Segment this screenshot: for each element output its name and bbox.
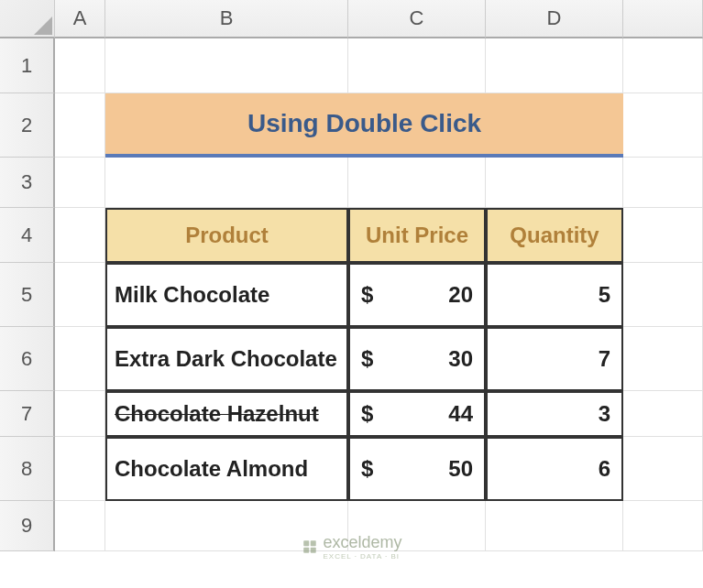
watermark-name: exceldemy bbox=[323, 533, 401, 551]
price-value: 44 bbox=[448, 401, 473, 427]
cell-price-4[interactable]: $ 50 bbox=[348, 437, 486, 501]
cell-a5[interactable] bbox=[55, 263, 105, 327]
price-value: 30 bbox=[448, 346, 473, 372]
price-value: 50 bbox=[448, 456, 473, 482]
select-all-corner[interactable] bbox=[0, 0, 55, 38]
cell-e1[interactable] bbox=[623, 38, 703, 93]
row-header-5[interactable]: 5 bbox=[0, 263, 55, 327]
svg-rect-1 bbox=[310, 540, 315, 546]
cell-a3[interactable] bbox=[55, 158, 105, 208]
table-header-quantity[interactable]: Quantity bbox=[486, 208, 623, 263]
col-header-a[interactable]: A bbox=[55, 0, 105, 38]
cell-product-4[interactable]: Chocolate Almond bbox=[105, 437, 348, 501]
row-header-8[interactable]: 8 bbox=[0, 437, 55, 501]
cell-a9[interactable] bbox=[55, 501, 105, 551]
col-header-b[interactable]: B bbox=[105, 0, 348, 38]
product-wrapped-text: Chocolate Hazelnut bbox=[115, 401, 319, 428]
currency-symbol: $ bbox=[361, 282, 373, 308]
cell-d3[interactable] bbox=[486, 158, 623, 208]
row-header-7[interactable]: 7 bbox=[0, 391, 55, 437]
row-header-1[interactable]: 1 bbox=[0, 38, 55, 93]
title-cell[interactable]: Using Double Click bbox=[105, 93, 623, 158]
price-value: 20 bbox=[448, 282, 473, 308]
cell-b3[interactable] bbox=[105, 158, 348, 208]
svg-rect-3 bbox=[310, 548, 315, 553]
col-header-c[interactable]: C bbox=[348, 0, 486, 38]
col-header-d[interactable]: D bbox=[486, 0, 623, 38]
cell-a7[interactable] bbox=[55, 391, 105, 437]
cell-e7[interactable] bbox=[623, 391, 703, 437]
cell-e4[interactable] bbox=[623, 208, 703, 263]
cell-qty-4[interactable]: 6 bbox=[486, 437, 623, 501]
cell-qty-2[interactable]: 7 bbox=[486, 327, 623, 391]
cell-d9[interactable] bbox=[486, 501, 623, 551]
watermark-icon bbox=[301, 539, 317, 555]
cell-c1[interactable] bbox=[348, 38, 486, 93]
cell-e5[interactable] bbox=[623, 263, 703, 327]
cell-price-1[interactable]: $ 20 bbox=[348, 263, 486, 327]
cell-price-3[interactable]: $ 44 bbox=[348, 391, 486, 437]
cell-e8[interactable] bbox=[623, 437, 703, 501]
cell-b1[interactable] bbox=[105, 38, 348, 93]
cell-c3[interactable] bbox=[348, 158, 486, 208]
cell-e3[interactable] bbox=[623, 158, 703, 208]
cell-qty-1[interactable]: 5 bbox=[486, 263, 623, 327]
cell-d1[interactable] bbox=[486, 38, 623, 93]
currency-symbol: $ bbox=[361, 346, 373, 372]
table-header-unitprice[interactable]: Unit Price bbox=[348, 208, 486, 263]
watermark: exceldemy EXCEL · DATA · BI bbox=[301, 533, 401, 561]
cell-a4[interactable] bbox=[55, 208, 105, 263]
cell-a1[interactable] bbox=[55, 38, 105, 93]
row-header-6[interactable]: 6 bbox=[0, 327, 55, 391]
currency-symbol: $ bbox=[361, 401, 373, 427]
row-header-3[interactable]: 3 bbox=[0, 158, 55, 208]
cell-product-1[interactable]: Milk Chocolate bbox=[105, 263, 348, 327]
watermark-tagline: EXCEL · DATA · BI bbox=[323, 552, 401, 561]
cell-product-3[interactable]: Chocolate Hazelnut bbox=[105, 391, 348, 437]
col-header-blank[interactable] bbox=[623, 0, 703, 38]
cell-qty-3[interactable]: 3 bbox=[486, 391, 623, 437]
cell-price-2[interactable]: $ 30 bbox=[348, 327, 486, 391]
currency-symbol: $ bbox=[361, 456, 373, 482]
cell-product-2[interactable]: Extra Dark Chocolate bbox=[105, 327, 348, 391]
cell-e9[interactable] bbox=[623, 501, 703, 551]
cell-e2[interactable] bbox=[623, 93, 703, 158]
svg-rect-2 bbox=[303, 548, 309, 553]
row-header-4[interactable]: 4 bbox=[0, 208, 55, 263]
cell-a6[interactable] bbox=[55, 327, 105, 391]
cell-a2[interactable] bbox=[55, 93, 105, 158]
spreadsheet-grid: A B C D 1 2 Using Double Click 3 4 Produ… bbox=[0, 0, 703, 551]
row-header-9[interactable]: 9 bbox=[0, 501, 55, 551]
row-header-2[interactable]: 2 bbox=[0, 93, 55, 158]
svg-rect-0 bbox=[303, 540, 309, 546]
cell-a8[interactable] bbox=[55, 437, 105, 501]
cell-e6[interactable] bbox=[623, 327, 703, 391]
table-header-product[interactable]: Product bbox=[105, 208, 348, 263]
